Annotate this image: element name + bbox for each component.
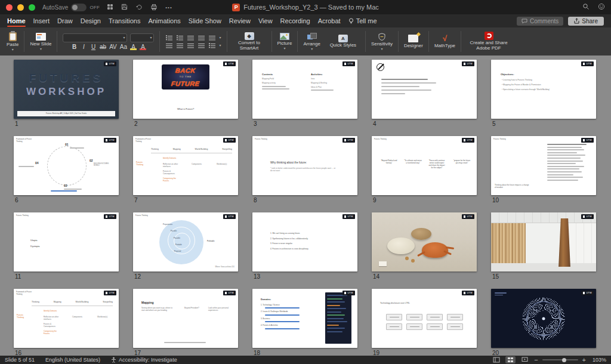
slide-thumbnail-13[interactable]: UTM We can't bring as a wrong future. Sy…: [252, 212, 357, 280]
align-right-button[interactable]: [187, 42, 195, 49]
save-icon[interactable]: [121, 2, 128, 13]
autosave-toggle[interactable]: AutoSave OFF: [42, 4, 100, 11]
designer-button[interactable]: Designer: [404, 35, 423, 48]
apps-grid-icon[interactable]: [107, 2, 113, 13]
comments-button[interactable]: Comments: [517, 17, 563, 26]
slide-thumbnail-4[interactable]: UTM 4: [372, 60, 477, 128]
slide-thumbnail-12[interactable]: UTM Futures Thinking Preposterous Possib…: [133, 212, 238, 280]
utm-badge: UTM: [462, 214, 474, 219]
zoom-in-button[interactable]: +: [582, 357, 586, 363]
tab-view[interactable]: View: [258, 14, 273, 27]
language-status[interactable]: English (United States): [45, 357, 100, 363]
slide-thumbnail-10[interactable]: UTM Futures Thinking Thinking about the …: [491, 136, 596, 204]
slide-11-canvas: UTM Futures Thinking Utopia Dystopia: [14, 212, 119, 272]
zoom-slider[interactable]: [542, 359, 578, 360]
slide-thumbnail-6[interactable]: UTM Framework of Future Thinking 01 02 0…: [14, 136, 119, 204]
slide-thumbnail-15[interactable]: UTM 15: [491, 212, 596, 280]
adobe-pdf-button[interactable]: Create and Share Adobe PDF: [467, 32, 511, 51]
domains-list: Technology / Science Issues & Challenges…: [261, 304, 319, 332]
tab-insert[interactable]: Insert: [33, 14, 50, 27]
slide-thumbnail-5[interactable]: UTM Objectives: Learning how to Futures …: [491, 60, 596, 128]
chevron-down-icon: ▾: [283, 47, 285, 50]
minimize-window-button[interactable]: [17, 4, 24, 11]
decrease-indent-button[interactable]: [187, 35, 195, 41]
normal-view-button[interactable]: [491, 356, 501, 363]
zoom-out-button[interactable]: −: [534, 357, 538, 363]
picture-icon: [280, 33, 289, 40]
slide-thumbnail-3[interactable]: UTM Contents Mapping Field Mapping activ…: [252, 60, 357, 128]
tab-slideshow[interactable]: Slide Show: [189, 14, 221, 27]
slide-sorter-view-button[interactable]: [505, 356, 516, 363]
tab-review[interactable]: Review: [229, 14, 251, 27]
font-name-select[interactable]: ▾: [63, 33, 127, 42]
slide-thumbnail-18[interactable]: UTM Domains: Technology / Science Issues…: [252, 289, 357, 356]
picture-button[interactable]: Picture ▾: [277, 33, 292, 50]
feedback-smiley-icon[interactable]: [598, 2, 605, 13]
tab-home[interactable]: Home: [7, 14, 26, 27]
numbered-list-button[interactable]: [176, 35, 184, 41]
more-commands-icon[interactable]: •••: [165, 5, 172, 10]
character-spacing-button[interactable]: AV: [109, 44, 117, 50]
bold-button[interactable]: B: [71, 44, 78, 50]
align-left-button[interactable]: [165, 42, 173, 49]
slide-number: 12: [134, 273, 238, 280]
close-window-button[interactable]: [6, 4, 13, 11]
tab-design[interactable]: Design: [81, 14, 101, 27]
slide-thumbnail-19[interactable]: UTM Technology disclosure over LTRL 19: [372, 289, 477, 356]
justify-button[interactable]: [198, 42, 205, 49]
bullet-list-button[interactable]: [165, 35, 173, 41]
slide-thumbnail-7[interactable]: UTM Framework of Future Thinking Thinkin…: [133, 136, 238, 204]
slide-number: 5: [492, 121, 596, 128]
arrange-button[interactable]: Arrange ▾: [303, 33, 320, 51]
corner-label: Futures Thinking: [493, 138, 515, 141]
zoom-window-button[interactable]: [29, 4, 35, 11]
utm-logo-icon: [583, 215, 585, 218]
slide-number: 15: [492, 273, 596, 280]
font-size-select[interactable]: ▾: [130, 33, 154, 42]
tab-transitions[interactable]: Transitions: [109, 14, 140, 27]
align-center-button[interactable]: [176, 42, 184, 49]
columns-button[interactable]: [208, 42, 216, 49]
slide-thumbnail-1[interactable]: UTM FUTURES WORKSHOP Futures Workshop AR…: [14, 60, 119, 128]
slide-thumbnail-8[interactable]: UTM Futures Thinking Why thinking about …: [252, 136, 357, 204]
increase-indent-button[interactable]: [198, 35, 205, 41]
font-color-button[interactable]: A: [140, 44, 146, 50]
slide-thumbnail-2[interactable]: UTM BACK TO THE FUTURE What is Future? 2: [133, 60, 238, 128]
accessibility-status[interactable]: Accessibility: Investigate: [111, 357, 177, 363]
slide-thumbnail-20[interactable]: UTM 20: [491, 289, 596, 356]
text-highlight-button[interactable]: A: [130, 44, 137, 50]
share-button[interactable]: Share: [568, 17, 604, 26]
paste-button[interactable]: Paste ▾: [7, 32, 18, 51]
italic-button[interactable]: I: [81, 44, 87, 50]
line-spacing-button[interactable]: [208, 35, 216, 41]
slide-thumbnail-17[interactable]: UTM Mapping Seeing where you want to go,…: [133, 289, 238, 356]
underline-button[interactable]: U: [90, 44, 97, 50]
tab-recording[interactable]: Recording: [280, 14, 310, 27]
slide-thumbnail-16[interactable]: UTM Framework of Future Thinking Thinkin…: [14, 289, 119, 356]
website-screenshot-shape: [325, 292, 351, 344]
tab-draw[interactable]: Draw: [57, 14, 73, 27]
new-slide-button[interactable]: New Slide ▾: [30, 33, 51, 51]
slide-thumbnail-11[interactable]: UTM Futures Thinking Utopia Dystopia 11: [14, 212, 119, 280]
slide-13-canvas: UTM We can't bring as a wrong future. Sy…: [252, 212, 357, 272]
zoom-slider-handle[interactable]: [562, 358, 566, 362]
slide-title: Technology disclosure over LTRL: [380, 302, 410, 304]
mathtype-button[interactable]: √ MathType: [434, 35, 455, 48]
utm-logo-icon: [344, 139, 347, 141]
chevron-down-icon: ▾: [311, 47, 313, 51]
tab-tellme[interactable]: Tell me: [348, 14, 377, 27]
change-case-button[interactable]: Aa: [120, 44, 127, 50]
strikethrough-button[interactable]: ab: [100, 44, 106, 50]
quick-styles-button[interactable]: A Quick Styles: [326, 35, 360, 48]
zoom-level[interactable]: 103%: [590, 357, 606, 363]
sensitivity-button[interactable]: Sensitivity ▾: [371, 33, 393, 51]
undo-icon[interactable]: [135, 2, 143, 13]
slideshow-view-button[interactable]: [520, 356, 530, 363]
convert-to-smartart-button[interactable]: ◈ Convert to SmartArt: [233, 32, 266, 51]
search-icon[interactable]: [582, 2, 590, 13]
tab-acrobat[interactable]: Acrobat: [318, 14, 341, 27]
slide-thumbnail-9[interactable]: UTM Futures Thinking “Beyond Radical and…: [372, 136, 477, 204]
print-icon[interactable]: [150, 2, 158, 13]
slide-thumbnail-14[interactable]: UTM 14: [372, 212, 477, 280]
tab-animations[interactable]: Animations: [148, 14, 180, 27]
